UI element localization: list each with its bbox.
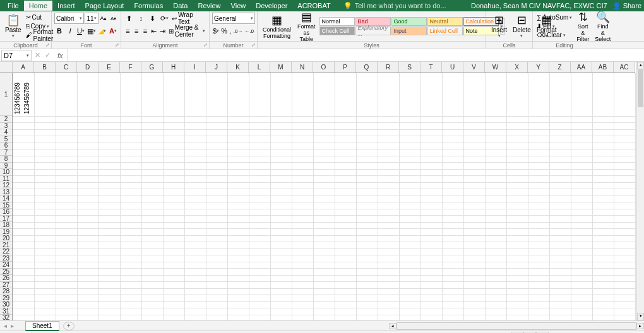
cell-D3[interactable] [77, 123, 98, 130]
cell-U18[interactable] [442, 222, 463, 229]
cell-AB12[interactable] [592, 182, 614, 189]
cell-F5[interactable] [120, 136, 141, 143]
column-header-P[interactable]: P [335, 62, 356, 73]
cell-G29[interactable] [141, 295, 163, 302]
cell-P14[interactable] [335, 196, 356, 202]
cell-X14[interactable] [506, 196, 528, 202]
next-sheet-button[interactable]: ▸ [11, 322, 14, 329]
cell-J20[interactable] [206, 235, 227, 242]
cell-T31[interactable] [420, 308, 442, 315]
column-header-X[interactable]: X [506, 62, 528, 73]
cell-E10[interactable] [98, 169, 120, 176]
cell-X5[interactable] [506, 136, 528, 143]
cell-AA21[interactable] [571, 242, 592, 249]
cell-I1[interactable] [184, 73, 206, 116]
cell-Q1[interactable] [356, 73, 378, 116]
cell-T15[interactable] [420, 202, 442, 209]
cell-T14[interactable] [420, 196, 442, 202]
cell-I27[interactable] [184, 282, 206, 289]
cell-T19[interactable] [420, 229, 442, 236]
cell-R7[interactable] [378, 149, 399, 156]
column-header-S[interactable]: S [399, 62, 420, 73]
cell-AA14[interactable] [571, 196, 592, 202]
cell-E21[interactable] [98, 242, 120, 249]
cell-C1[interactable] [56, 73, 77, 116]
cell-Z15[interactable] [549, 202, 571, 209]
cell-S18[interactable] [399, 222, 420, 229]
cell-L24[interactable] [249, 262, 270, 269]
cell-AB7[interactable] [592, 149, 614, 156]
cell-O22[interactable] [313, 248, 335, 255]
cell-N7[interactable] [292, 149, 313, 156]
cell-K32[interactable] [227, 315, 249, 320]
cell-B24[interactable] [34, 262, 56, 269]
cell-F1[interactable] [120, 73, 141, 116]
cell-P30[interactable] [335, 301, 356, 308]
cell-F13[interactable] [120, 189, 141, 196]
cell-P26[interactable] [335, 275, 356, 282]
cell-J17[interactable] [206, 216, 227, 223]
style-normal[interactable]: Normal [319, 17, 355, 26]
cell-V21[interactable] [463, 242, 485, 249]
cell-W11[interactable] [485, 176, 506, 183]
cell-R19[interactable] [378, 229, 399, 236]
cell-V6[interactable] [463, 143, 485, 149]
cell-G14[interactable] [141, 196, 163, 202]
cell-U1[interactable] [442, 73, 463, 116]
cell-J22[interactable] [206, 248, 227, 255]
cell-Z11[interactable] [549, 176, 571, 183]
cell-V20[interactable] [463, 235, 485, 242]
cell-K13[interactable] [227, 189, 249, 196]
cell-P9[interactable] [335, 163, 356, 170]
cell-D19[interactable] [77, 229, 98, 236]
cell-W25[interactable] [485, 269, 506, 276]
cell-S7[interactable] [399, 149, 420, 156]
cell-A23[interactable] [13, 255, 34, 262]
cell-G5[interactable] [141, 136, 163, 143]
column-header-Y[interactable]: Y [528, 62, 549, 73]
cell-AA1[interactable] [571, 73, 592, 116]
cell-T25[interactable] [420, 269, 442, 276]
cell-K26[interactable] [227, 275, 249, 282]
cell-O5[interactable] [313, 136, 335, 143]
cell-I24[interactable] [184, 262, 206, 269]
cell-C3[interactable] [56, 123, 77, 130]
cell-K9[interactable] [227, 163, 249, 170]
cell-X19[interactable] [506, 229, 528, 236]
cell-X11[interactable] [506, 176, 528, 183]
cell-S28[interactable] [399, 288, 420, 295]
cell-C7[interactable] [56, 149, 77, 156]
cell-D13[interactable] [77, 189, 98, 196]
cell-Y20[interactable] [528, 235, 549, 242]
cell-I26[interactable] [184, 275, 206, 282]
cell-AC8[interactable] [614, 156, 635, 163]
style-linked-cell[interactable]: Linked Cell [427, 26, 463, 35]
cell-K5[interactable] [227, 136, 249, 143]
cell-L4[interactable] [249, 129, 270, 136]
cell-V29[interactable] [463, 295, 485, 302]
cell-R1[interactable] [378, 73, 399, 116]
column-header-K[interactable]: K [227, 62, 249, 73]
cell-W15[interactable] [485, 202, 506, 209]
cell-O29[interactable] [313, 295, 335, 302]
cell-T11[interactable] [420, 176, 442, 183]
cell-Z23[interactable] [549, 255, 571, 262]
cell-X24[interactable] [506, 262, 528, 269]
cell-I7[interactable] [184, 149, 206, 156]
cell-R29[interactable] [378, 295, 399, 302]
cell-Z16[interactable] [549, 209, 571, 216]
cell-V15[interactable] [463, 202, 485, 209]
cell-AB14[interactable] [592, 196, 614, 202]
cell-M10[interactable] [270, 169, 292, 176]
font-color-button[interactable]: A▾ [108, 25, 118, 37]
cell-A8[interactable] [13, 156, 34, 163]
cell-N10[interactable] [292, 169, 313, 176]
cell-Y18[interactable] [528, 222, 549, 229]
cell-K17[interactable] [227, 216, 249, 223]
cell-H30[interactable] [163, 301, 184, 308]
cell-C32[interactable] [56, 315, 77, 320]
cell-AC17[interactable] [614, 216, 635, 223]
cell-S8[interactable] [399, 156, 420, 163]
cell-AA8[interactable] [571, 156, 592, 163]
cell-AC4[interactable] [614, 129, 635, 136]
